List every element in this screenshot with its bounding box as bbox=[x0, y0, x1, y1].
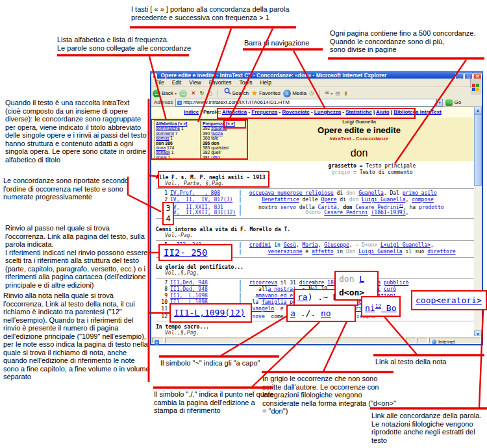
word-link[interactable]: coop<eratori> bbox=[416, 295, 482, 305]
word-link[interactable]: credimi bbox=[249, 242, 271, 248]
menu-view[interactable]: View bbox=[185, 79, 205, 86]
home-icon[interactable]: ⌂ bbox=[208, 88, 212, 99]
search-icon[interactable] bbox=[224, 88, 231, 99]
word-link[interactable]: pubblicò bbox=[384, 280, 409, 286]
word-link[interactable]: ra bbox=[297, 292, 308, 302]
passage-reference-link[interactable]: II1,Ded, 948 bbox=[170, 280, 208, 286]
word-link[interactable]: curò bbox=[384, 286, 396, 292]
word-link[interactable]: servo bbox=[281, 205, 296, 210]
text-run: , bbox=[296, 242, 303, 248]
favorites-icon[interactable]: ★ bbox=[251, 88, 258, 99]
word-link[interactable]: Cesare Pedrini bbox=[355, 205, 399, 210]
label-passage-ref: Rinvio al passo nel quale si trova l'occ… bbox=[5, 224, 151, 289]
word-link[interactable]: no bbox=[321, 308, 331, 318]
mail-icon[interactable]: ✉ bbox=[325, 88, 330, 99]
back-label[interactable]: Back bbox=[162, 90, 173, 96]
word-link[interactable]: Carità bbox=[318, 205, 337, 210]
passage-reference-link[interactable]: II1, L,1098 bbox=[170, 293, 208, 299]
menu-favorites[interactable]: Favorites bbox=[205, 79, 236, 86]
word-link[interactable]: Indice bbox=[184, 109, 199, 115]
word-link[interactable]: Giuseppe bbox=[324, 242, 349, 248]
flag-yellow bbox=[476, 88, 479, 91]
word-link[interactable]: II2- 250 bbox=[164, 247, 207, 258]
history-icon[interactable]: ◷ bbox=[309, 88, 314, 99]
callout-passage-reference[interactable]: II2- 250 bbox=[158, 244, 232, 261]
word-link[interactable]: prodotto bbox=[419, 205, 444, 210]
passage-reference-link[interactable]: IV, II,XXII, 831(12) bbox=[170, 210, 236, 216]
text-run: in bbox=[334, 249, 346, 255]
word-link[interactable]: II1-L,1099(12) bbox=[174, 308, 245, 317]
address-dropdown-icon[interactable]: ▾ bbox=[436, 99, 443, 106]
word-link[interactable]: compose bbox=[412, 197, 434, 203]
media-label[interactable]: Media bbox=[292, 90, 306, 96]
word-link[interactable]: L bbox=[359, 274, 364, 284]
window-title: Opere edite e inedite - IntraText CT - C… bbox=[160, 72, 386, 79]
address-input[interactable]: ehttp://www.intratext.com/IXT/ITA0614/D1… bbox=[175, 99, 436, 106]
label-nav-bar: Barra di navigazione bbox=[244, 39, 329, 47]
word-link[interactable]: nove bbox=[252, 314, 264, 319]
word-link[interactable]: Bo bbox=[381, 303, 396, 313]
word-link[interactable]: ni bbox=[365, 303, 375, 313]
section-work-title: In tempo sacro... bbox=[156, 324, 475, 330]
word-link[interactable]: Opere bbox=[321, 197, 336, 203]
label-pagebreak-symbol: Il simbolo "./." indica il punto nel qua… bbox=[154, 390, 276, 415]
word-link[interactable]: dicembre bbox=[299, 280, 325, 286]
word-link[interactable]: occupava numerose religiose bbox=[249, 190, 334, 196]
callout-note-call-example[interactable]: ni12 Bo bbox=[361, 296, 401, 317]
word-link[interactable]: Cesare Pedrini bbox=[324, 210, 368, 216]
passage-reference-link[interactable]: IV, II,XXII, 831 bbox=[170, 205, 223, 210]
menu-file[interactable]: File bbox=[151, 79, 168, 86]
section-work-title: Cenni intorno alla vita di F. Morello da… bbox=[156, 227, 475, 232]
status-zone: Internet bbox=[429, 338, 481, 343]
word-link[interactable]: L<uigi Guanella> bbox=[381, 242, 431, 248]
scroll-up-icon[interactable]: ▲ bbox=[474, 106, 482, 114]
forward-icon[interactable]: → bbox=[179, 90, 187, 97]
word-link[interactable]: primo asilo bbox=[403, 190, 437, 196]
passage-reference-link[interactable]: II1,Ded, 948 bbox=[170, 286, 208, 292]
menu-help[interactable]: Help bbox=[256, 79, 275, 86]
text-run bbox=[243, 280, 249, 286]
print-icon[interactable]: ▤ bbox=[336, 88, 341, 99]
word-link[interactable]: affetto bbox=[312, 249, 334, 255]
mail-dropdown-icon[interactable]: ▾ bbox=[331, 92, 332, 95]
word-link[interactable]: a bbox=[290, 308, 295, 318]
word-link[interactable]: Luigi Guanella bbox=[358, 249, 402, 255]
media-icon[interactable]: ♪ bbox=[283, 90, 291, 97]
word-link[interactable]: venerazione bbox=[268, 249, 303, 255]
stop-icon[interactable]: ✕ bbox=[192, 88, 196, 99]
callout-note-reference[interactable]: II1-L,1099(12) bbox=[169, 303, 252, 323]
passage-reference-link[interactable]: IV,Pref, , 808 bbox=[170, 190, 220, 196]
kwic-separator: | bbox=[238, 210, 243, 216]
back-icon[interactable]: ← bbox=[153, 90, 160, 97]
word-link[interactable]: direttore bbox=[427, 249, 455, 255]
refresh-icon[interactable]: ↻ bbox=[199, 88, 204, 99]
messenger-icon[interactable]: ▮ bbox=[344, 88, 347, 99]
scroll-thumb[interactable] bbox=[474, 114, 482, 186]
word-link[interactable]: famiglia bbox=[262, 299, 287, 305]
legend-bold-rest: = Testo principale bbox=[356, 163, 416, 169]
back-dropdown-icon[interactable]: ▾ bbox=[175, 92, 177, 95]
callout-philological-word-link[interactable]: coop<eratori> bbox=[411, 290, 487, 310]
text-run: , bbox=[318, 242, 325, 248]
word-link[interactable]: Benefattrice bbox=[262, 197, 299, 203]
word-link[interactable]: ricorreva bbox=[249, 280, 277, 286]
word-link[interactable]: evangelo bbox=[249, 306, 275, 312]
word-link[interactable]: Luigi Guanella bbox=[362, 197, 405, 203]
internet-globe-icon bbox=[432, 340, 436, 344]
word-link[interactable]: Guanella bbox=[358, 190, 384, 196]
text-run: in bbox=[271, 242, 283, 248]
word-link[interactable]: Maria bbox=[303, 242, 318, 248]
label-prev-next-keys: I tasti [ « » ] portano alla concordanza… bbox=[131, 5, 313, 21]
word-link[interactable]: Gesù bbox=[284, 242, 296, 248]
highlight-nav-bar bbox=[217, 108, 416, 119]
favorites-label[interactable]: Favorites bbox=[259, 90, 281, 96]
menu-edit[interactable]: Edit bbox=[168, 79, 186, 86]
menu-tools[interactable]: Tools bbox=[236, 79, 256, 86]
text-run: | bbox=[199, 109, 203, 115]
word-link[interactable]: a nostra bbox=[268, 286, 293, 292]
search-label[interactable]: Search bbox=[232, 90, 249, 96]
word-link[interactable]: (1861-1939) bbox=[371, 210, 406, 216]
go-button[interactable]: → Go bbox=[445, 99, 461, 106]
passage-reference-link[interactable]: IV, II, IV, 817(3) bbox=[170, 197, 232, 203]
note-ref-link[interactable]: 12 bbox=[375, 303, 381, 309]
